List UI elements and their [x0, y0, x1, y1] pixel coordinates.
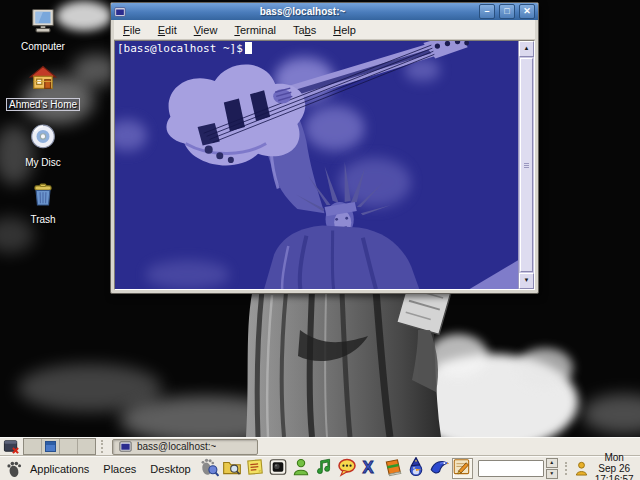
footprint-search-icon — [199, 457, 219, 480]
places-menu[interactable]: Places — [100, 463, 139, 475]
taskbar-window-button[interactable]: bass@localhost:~ — [112, 439, 258, 455]
desktop-icon-label: My Disc — [23, 157, 63, 168]
terminal-prompt: [bass@localhost ~]$ — [117, 42, 252, 55]
panel-drag-handle[interactable] — [101, 440, 107, 453]
music-notes-icon — [314, 457, 334, 480]
window-title: bass@localhost:~ — [130, 6, 475, 17]
window-list-bar: bass@localhost:~ — [0, 437, 640, 456]
clock-date: Mon Sep 26 — [595, 452, 634, 474]
media-viewer-launcher[interactable] — [268, 458, 289, 479]
desktop-menu[interactable]: Desktop — [147, 463, 193, 475]
terminal-titlebar[interactable]: bass@localhost:~ – □ ✕ — [111, 3, 538, 20]
notes-launcher[interactable] — [245, 458, 266, 479]
compose-launcher[interactable] — [452, 458, 473, 479]
desktop: Computer Ahmed's Home My Disc Trash bass… — [0, 0, 640, 437]
chat-launcher[interactable] — [337, 458, 358, 479]
desktop-icon-label: Computer — [19, 41, 67, 52]
command-entry-applet: ▲ ▼ — [478, 458, 558, 479]
file-search-icon — [222, 457, 242, 480]
close-button[interactable]: ✕ — [519, 4, 535, 19]
book-orange-icon — [383, 457, 403, 480]
desktop-icon-my-disc[interactable]: My Disc — [10, 122, 76, 168]
desktop-icon-label: Ahmed's Home — [6, 98, 80, 111]
home-icon — [28, 63, 58, 97]
terminal-content-frame: [bass@localhost ~]$ ▲ ▼ — [114, 40, 535, 290]
maximize-button[interactable]: □ — [499, 4, 515, 19]
bird-hat-icon — [406, 457, 426, 480]
command-entry-input[interactable] — [478, 460, 544, 477]
menu-help[interactable]: Help — [333, 24, 356, 36]
main-menu-foot-icon[interactable] — [4, 458, 22, 479]
dictionary-launcher[interactable] — [383, 458, 404, 479]
menu-terminal[interactable]: Terminal — [234, 24, 276, 36]
clock-applet[interactable]: Mon Sep 26 17:16:57 — [595, 452, 634, 480]
x-window-icon: X — [360, 457, 380, 480]
terminal-scrollbar[interactable]: ▲ ▼ — [518, 41, 534, 289]
music-player-launcher[interactable] — [314, 458, 335, 479]
workspace-1[interactable] — [24, 439, 42, 454]
bird-launcher[interactable] — [429, 458, 450, 479]
workspace-switcher[interactable] — [23, 438, 96, 455]
bottom-panel: ApplicationsPlacesDesktop X ▲ ▼ — [0, 456, 640, 480]
prompt-text: [bass@localhost ~]$ — [117, 42, 243, 55]
minimize-button[interactable]: – — [479, 4, 495, 19]
terminal-background-art — [115, 41, 518, 289]
spinner-down-button[interactable]: ▼ — [546, 469, 558, 479]
menu-file[interactable]: File — [123, 24, 141, 36]
scroll-up-button[interactable]: ▲ — [519, 41, 534, 57]
notes-icon — [245, 457, 265, 480]
terminal-window[interactable]: bass@localhost:~ – □ ✕ FileEditViewTermi… — [110, 2, 539, 294]
force-quit-icon[interactable] — [2, 438, 20, 456]
panel-drag-handle[interactable] — [565, 462, 567, 475]
spinner-up-button[interactable]: ▲ — [546, 458, 558, 468]
search-tool-launcher[interactable] — [199, 458, 220, 479]
workspace-window-thumb — [45, 441, 56, 452]
desktop-icon-trash[interactable]: Trash — [10, 179, 76, 225]
file-search-launcher[interactable] — [222, 458, 243, 479]
bird-wizard-launcher[interactable] — [406, 458, 427, 479]
screenshot-icon — [268, 457, 288, 480]
workspace-4[interactable] — [78, 439, 95, 454]
clock-time: 17:16:57 — [595, 474, 634, 480]
scroll-down-button[interactable]: ▼ — [519, 273, 534, 289]
terminal-window-icon — [114, 6, 126, 18]
desktop-icon-column: Computer Ahmed's Home My Disc Trash — [10, 6, 76, 225]
chat-balloon-icon — [337, 457, 357, 480]
terminal-window-icon — [119, 440, 132, 453]
desktop-icon-ahmeds-home[interactable]: Ahmed's Home — [10, 63, 76, 111]
task-label: bass@localhost:~ — [137, 441, 216, 452]
terminal-view[interactable]: [bass@localhost ~]$ — [115, 41, 518, 289]
desktop-icon-computer[interactable]: Computer — [10, 6, 76, 52]
disc-icon — [28, 122, 58, 156]
user-switcher-icon[interactable] — [574, 458, 590, 479]
workspace-2[interactable] — [42, 439, 60, 454]
trash-icon — [28, 179, 58, 213]
x-apps-launcher[interactable]: X — [360, 458, 381, 479]
scrollbar-grip — [524, 162, 529, 169]
compose-icon — [452, 457, 472, 480]
panel-menu-group: ApplicationsPlacesDesktop — [27, 463, 194, 475]
terminal-menubar: FileEditViewTerminalTabsHelp — [114, 20, 535, 40]
desktop-icon-label: Trash — [28, 214, 57, 225]
bird-blue-icon — [429, 457, 449, 480]
panel-launcher-group: X — [199, 458, 473, 479]
messenger-launcher[interactable] — [291, 458, 312, 479]
menu-view[interactable]: View — [194, 24, 218, 36]
terminal-cursor — [245, 42, 252, 54]
svg-text:X: X — [363, 458, 374, 477]
applications-menu[interactable]: Applications — [27, 463, 92, 475]
menu-edit[interactable]: Edit — [158, 24, 177, 36]
command-entry-spinner: ▲ ▼ — [546, 458, 558, 479]
menu-tabs[interactable]: Tabs — [293, 24, 316, 36]
person-green-icon — [291, 457, 311, 480]
scrollbar-thumb[interactable] — [520, 58, 533, 272]
computer-icon — [28, 6, 58, 40]
workspace-3[interactable] — [60, 439, 78, 454]
